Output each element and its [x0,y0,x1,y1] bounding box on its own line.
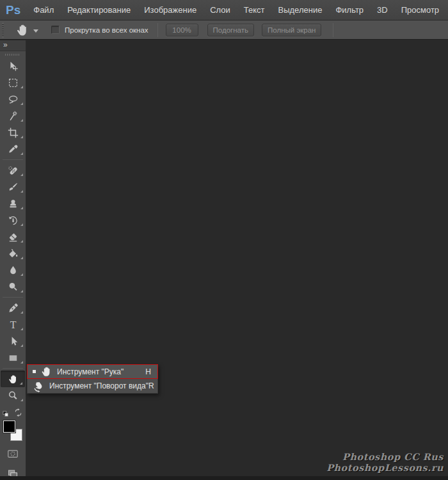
flyout-triangle-icon [20,207,23,209]
menu-item-shortcut: H [145,367,151,376]
toolbox-bottom [0,404,26,480]
watermark: Photoshop CC Rus PhotoshopLessons.ru [326,451,444,474]
foreground-color-swatch[interactable] [3,420,15,433]
window-bottom-edge [0,476,448,480]
menu-file[interactable]: Файл [29,5,58,15]
svg-text:T: T [10,319,16,330]
color-swatches [3,420,22,441]
brush-tool[interactable] [0,179,26,195]
flyout-triangle-icon [20,119,23,122]
menu-type[interactable]: Текст [240,5,269,15]
chevron-down-icon[interactable] [33,29,38,33]
type-tool[interactable]: T [0,316,26,333]
canvas-workspace [26,40,448,476]
flyout-triangle-icon [20,273,23,276]
clone-stamp-tool[interactable] [0,195,26,212]
watermark-line2: PhotoshopLessons.ru [326,462,444,474]
toolbox-collapse-button[interactable]: » [0,40,26,51]
menu-filter[interactable]: Фильтр [332,5,367,15]
options-bar: Прокрутка во всех окнах 100% Подогнать П… [0,20,448,40]
magic-wand-tool[interactable] [0,108,26,124]
menu-item-hand-tool[interactable]: Инструмент "Рука" H [27,364,158,379]
flyout-triangle-icon [20,344,23,347]
flyout-triangle-icon [20,102,23,105]
menu-bar: Ps Файл Редактирование Изображение Слои … [0,0,448,20]
flyout-triangle-icon [20,311,23,314]
flyout-triangle-icon [20,399,23,401]
spot-healing-brush-tool[interactable] [0,162,26,179]
zoom-100-button[interactable]: 100% [166,24,198,36]
toolbox: » T [0,40,26,476]
quick-mask-icon [7,448,19,460]
lasso-tool[interactable] [0,91,26,108]
scroll-all-windows-checkbox[interactable] [51,26,60,34]
options-separator [157,23,158,37]
eyedropper-tool[interactable] [0,141,26,157]
menu-layers[interactable]: Слои [206,5,234,15]
flyout-triangle-icon [20,136,23,138]
toolbox-grip[interactable] [5,54,20,56]
flyout-triangle-icon [20,223,23,226]
rectangle-shape-tool[interactable] [0,349,26,366]
toolbox-tools: T [0,58,26,404]
hand-icon [40,365,52,378]
flyout-triangle-icon [20,361,23,364]
default-colors-icon[interactable] [3,408,12,417]
flyout-triangle-icon [20,240,23,243]
crop-tool[interactable] [0,124,26,141]
flyout-triangle-icon [20,257,23,259]
hand-icon [15,23,29,37]
rotate-view-icon [33,380,45,392]
flyout-triangle-icon [20,382,22,385]
move-tool[interactable] [0,58,26,74]
photoshop-logo: Ps [6,3,20,17]
flyout-triangle-icon [20,290,23,292]
menu-select[interactable]: Выделение [275,5,326,15]
scroll-all-windows-label: Прокрутка во всех окнах [65,26,148,34]
menu-item-label: Инструмент "Рука" [57,367,145,376]
menu-3d[interactable]: 3D [373,5,392,15]
toolbox-separator [3,297,23,298]
flyout-triangle-icon [20,328,23,330]
menu-view[interactable]: Просмотр [397,5,443,15]
paint-bucket-tool[interactable] [0,245,26,262]
menu-edit[interactable]: Редактирование [63,5,134,15]
menu-item-shortcut: R [148,381,154,390]
options-bar-grip[interactable] [2,23,4,37]
full-screen-button[interactable]: Полный экран [262,24,321,36]
swap-colors-icon[interactable] [13,408,23,417]
tool-flyout-menu: Инструмент "Рука" H Инструмент "Поворот … [27,364,158,394]
photoshop-window: Ps Файл Редактирование Изображение Слои … [0,0,448,480]
pen-tool[interactable] [0,300,26,316]
zoom-tool[interactable] [0,387,26,404]
toolbox-separator [3,159,23,160]
flyout-triangle-icon [20,173,23,176]
blur-tool[interactable] [0,262,26,278]
flyout-triangle-icon [20,152,23,155]
flyout-triangle-icon [20,86,23,88]
flyout-triangle-icon [20,190,23,193]
menu-image[interactable]: Изображение [140,5,200,15]
options-separator [333,23,333,37]
toolbox-separator [3,368,23,369]
history-brush-tool[interactable] [0,212,26,228]
hand-tool[interactable] [1,371,25,387]
path-selection-tool[interactable] [0,333,26,349]
current-tool-bullet [33,370,40,373]
fit-screen-button[interactable]: Подогнать [207,24,254,36]
quick-mask-button[interactable] [0,446,26,461]
menu-item-rotate-view-tool[interactable]: Инструмент "Поворот вида" R [27,379,158,394]
rectangular-marquee-tool[interactable] [0,74,26,91]
eraser-tool[interactable] [0,228,26,245]
menu-item-label: Инструмент "Поворот вида" [49,381,148,390]
watermark-line1: Photoshop CC Rus [326,451,444,463]
dodge-tool[interactable] [0,278,26,295]
